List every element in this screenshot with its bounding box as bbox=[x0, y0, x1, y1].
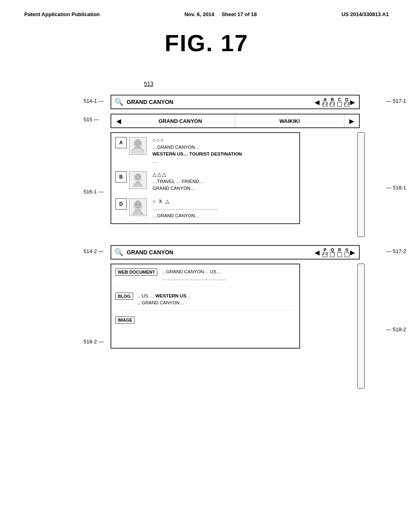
result-item-web: WEB DOCUMENT …GRAND CANYON… US…………………………… bbox=[115, 268, 295, 287]
result-text-blog: …US … WESTERN US……GRAND CANYON… bbox=[137, 293, 295, 307]
header-right: US 2014/330813 A1 bbox=[342, 11, 389, 17]
label-517-2: — 517-2 bbox=[386, 248, 406, 254]
post-item-b: B △△△ …TRAVEL … FRIEND…GRAND CANYON… bbox=[115, 171, 295, 192]
post-avatar-d bbox=[129, 198, 147, 216]
post-item-d: D ○ X △ ………………………………………GRAND CANYON… bbox=[115, 198, 295, 219]
label-515: 515 — bbox=[83, 116, 99, 123]
tab-item-waikiki[interactable]: WAIKIKI bbox=[235, 114, 344, 127]
row-515: ◀ GRAND CANYON WAIKIKI ▶ bbox=[86, 114, 360, 128]
result-item-image: IMAGE bbox=[115, 316, 295, 328]
search-arrow-left-2[interactable]: ◀ bbox=[315, 249, 319, 256]
post-label-a: A bbox=[115, 137, 127, 148]
post-item-a: A ○○○ …GRAND CANYON…WESTERN US… TOURIST … bbox=[115, 137, 295, 165]
tab-checkbox-r[interactable] bbox=[337, 252, 342, 257]
row-514-1: 🔍 GRAND CANYON ◀ A ✓ B ✓ C bbox=[86, 95, 360, 109]
tab-item-grand-canyon[interactable]: GRAND CANYON bbox=[126, 114, 235, 127]
label-517-1: — 517-1 bbox=[386, 98, 406, 104]
tab-checkbox-p[interactable]: ✓ bbox=[323, 252, 327, 257]
tab-checkbox-q[interactable] bbox=[330, 252, 335, 257]
label-516-1-left: 516-1 — bbox=[83, 189, 104, 195]
label-513: 513 bbox=[144, 81, 153, 87]
result-text-web: …GRAND CANYON… US……………………………………… bbox=[161, 268, 295, 283]
svg-point-6 bbox=[135, 202, 140, 208]
post-text-b: …TRAVEL … FRIEND…GRAND CANYON… bbox=[152, 178, 295, 192]
label-518-2: — 518-2 bbox=[386, 326, 406, 332]
tab-checkbox-b[interactable]: ✓ bbox=[330, 102, 335, 107]
page-header: Patent Application Publication Nov. 6, 2… bbox=[0, 0, 413, 17]
post-text-d: ………………………………………GRAND CANYON… bbox=[152, 205, 295, 219]
search-arrow-left-1[interactable]: ◀ bbox=[315, 98, 319, 106]
header-date: Nov. 6, 2014 bbox=[184, 11, 214, 17]
label-514-1: 514-1 — bbox=[83, 98, 104, 104]
svg-point-4 bbox=[136, 175, 140, 180]
panel-516-2: WEB DOCUMENT …GRAND CANYON… US…………………………… bbox=[111, 264, 300, 349]
result-content-web: …GRAND CANYON… US……………………………………… bbox=[161, 268, 295, 283]
tab-icons-2: P ✓ Q R S bbox=[323, 247, 349, 257]
post-content-a: ○○○ …GRAND CANYON…WESTERN US… TOURIST DE… bbox=[152, 137, 295, 165]
label-518-1: — 518-1 bbox=[386, 185, 406, 191]
tab-icons-1: A ✓ B ✓ C D ✓ bbox=[323, 97, 349, 107]
post-avatar-b bbox=[129, 171, 147, 189]
tab-checkbox-c[interactable] bbox=[337, 102, 342, 107]
scrollbar-518-1[interactable] bbox=[357, 132, 365, 237]
tab-checkbox-d[interactable]: ✓ bbox=[344, 102, 349, 107]
post-content-b: △△△ …TRAVEL … FRIEND…GRAND CANYON… bbox=[152, 171, 295, 192]
tab-bar[interactable]: ◀ GRAND CANYON WAIKIKI ▶ bbox=[111, 114, 360, 128]
result-item-blog: BLOG …US … WESTERN US……GRAND CANYON… bbox=[115, 293, 295, 311]
post-icons-d: ○ X △ bbox=[152, 198, 295, 204]
search-icon-1: 🔍 bbox=[115, 98, 123, 106]
search-arrow-right-2[interactable]: ▶ bbox=[350, 249, 355, 256]
post-icons-a: ○○○ bbox=[152, 137, 295, 143]
scrollbar-518-2[interactable] bbox=[357, 264, 365, 389]
post-content-d: ○ X △ ………………………………………GRAND CANYON… bbox=[152, 198, 295, 219]
row-514-2: 🔍 GRAND CANYON ◀ P ✓ Q R bbox=[86, 245, 360, 260]
result-tag-blog: BLOG bbox=[115, 293, 133, 300]
svg-point-2 bbox=[135, 140, 140, 146]
search-bar-1[interactable]: 🔍 GRAND CANYON ◀ A ✓ B ✓ C bbox=[111, 95, 360, 109]
post-label-d: D bbox=[115, 198, 127, 210]
tab-bar-arrow-right[interactable]: ▶ bbox=[345, 117, 358, 125]
panel-516-1: A ○○○ …GRAND CANYON…WESTERN US… TOURIST … bbox=[111, 132, 300, 224]
figure-title: FIG. 17 bbox=[0, 29, 413, 56]
post-text-a: …GRAND CANYON…WESTERN US… TOURIST DESTIN… bbox=[152, 144, 295, 165]
post-avatar-a bbox=[129, 137, 147, 155]
header-center: Nov. 6, 2014 Sheet 17 of 18 bbox=[184, 11, 257, 17]
search-text-1: GRAND CANYON bbox=[127, 99, 314, 105]
search-bar-2[interactable]: 🔍 GRAND CANYON ◀ P ✓ Q R bbox=[111, 245, 360, 260]
label-514-2: 514-2 — bbox=[83, 248, 104, 254]
post-icons-b: △△△ bbox=[152, 171, 295, 177]
result-content-blog: …US … WESTERN US……GRAND CANYON… bbox=[137, 293, 295, 307]
label-516-2-left: 516-2 — bbox=[83, 339, 104, 345]
result-tag-image: IMAGE bbox=[115, 316, 135, 324]
search-icon-2: 🔍 bbox=[115, 248, 123, 257]
tab-checkbox-a[interactable]: ✓ bbox=[323, 102, 327, 107]
post-label-b: B bbox=[115, 171, 127, 183]
tab-bar-arrow-left[interactable]: ◀ bbox=[112, 117, 125, 125]
search-arrow-right-1[interactable]: ▶ bbox=[350, 98, 355, 106]
result-tag-web: WEB DOCUMENT bbox=[115, 268, 157, 276]
header-left: Patent Application Publication bbox=[24, 11, 100, 17]
tab-checkbox-s[interactable] bbox=[344, 252, 349, 257]
search-text-2: GRAND CANYON bbox=[127, 249, 314, 256]
header-sheet: Sheet 17 of 18 bbox=[221, 11, 257, 17]
